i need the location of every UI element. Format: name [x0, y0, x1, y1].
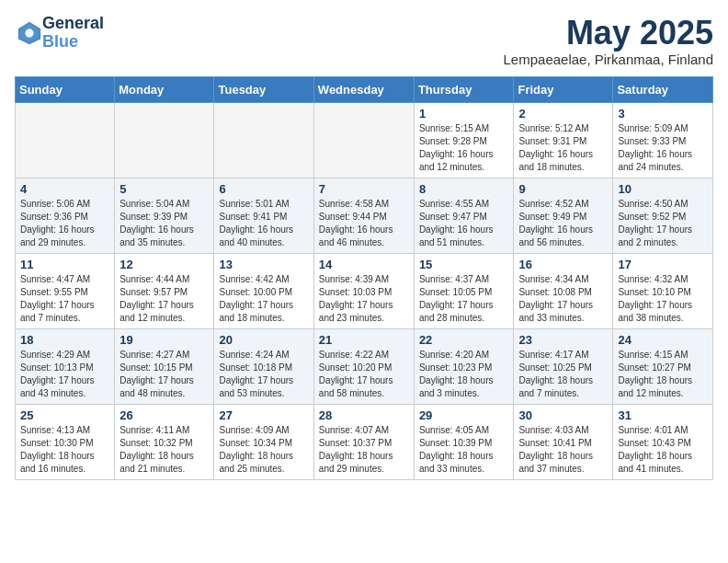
calendar-cell: 2Sunrise: 5:12 AM Sunset: 9:31 PM Daylig…: [514, 102, 613, 178]
day-detail: Sunrise: 4:58 AM Sunset: 9:44 PM Dayligh…: [319, 198, 409, 249]
day-number: 15: [419, 258, 509, 271]
calendar-cell: 21Sunrise: 4:22 AM Sunset: 10:20 PM Dayl…: [313, 328, 414, 404]
calendar-week-row: 25Sunrise: 4:13 AM Sunset: 10:30 PM Dayl…: [16, 404, 713, 479]
day-detail: Sunrise: 4:27 AM Sunset: 10:15 PM Daylig…: [119, 349, 209, 400]
weekday-saturday: Saturday: [613, 76, 713, 102]
day-detail: Sunrise: 4:11 AM Sunset: 10:32 PM Daylig…: [119, 424, 209, 476]
calendar-cell: 5Sunrise: 5:04 AM Sunset: 9:39 PM Daylig…: [115, 178, 214, 253]
calendar-cell: 20Sunrise: 4:24 AM Sunset: 10:18 PM Dayl…: [214, 328, 313, 404]
svg-point-2: [25, 29, 33, 37]
weekday-tuesday: Tuesday: [214, 76, 313, 102]
day-detail: Sunrise: 4:03 AM Sunset: 10:41 PM Daylig…: [518, 424, 608, 476]
day-detail: Sunrise: 4:15 AM Sunset: 10:27 PM Daylig…: [618, 349, 708, 400]
day-detail: Sunrise: 4:55 AM Sunset: 9:47 PM Dayligh…: [419, 198, 509, 249]
calendar-table: SundayMondayTuesdayWednesdayThursdayFrid…: [15, 76, 713, 480]
day-number: 6: [219, 182, 308, 196]
day-number: 29: [419, 408, 509, 422]
day-number: 24: [618, 333, 708, 347]
calendar-week-row: 1Sunrise: 5:15 AM Sunset: 9:28 PM Daylig…: [16, 102, 713, 178]
calendar-cell: 7Sunrise: 4:58 AM Sunset: 9:44 PM Daylig…: [313, 178, 414, 253]
month-title: May 2025: [504, 15, 713, 52]
calendar-cell: 19Sunrise: 4:27 AM Sunset: 10:15 PM Dayl…: [115, 328, 214, 404]
day-detail: Sunrise: 5:01 AM Sunset: 9:41 PM Dayligh…: [219, 198, 308, 249]
calendar-cell: 16Sunrise: 4:34 AM Sunset: 10:08 PM Dayl…: [514, 253, 613, 328]
calendar-week-row: 11Sunrise: 4:47 AM Sunset: 9:55 PM Dayli…: [16, 253, 713, 328]
calendar-cell: 18Sunrise: 4:29 AM Sunset: 10:13 PM Dayl…: [16, 328, 115, 404]
calendar-week-row: 4Sunrise: 5:06 AM Sunset: 9:36 PM Daylig…: [16, 178, 713, 253]
day-number: 19: [119, 333, 209, 347]
day-number: 21: [319, 333, 409, 347]
day-number: 4: [20, 182, 109, 196]
day-number: 23: [518, 333, 608, 347]
day-detail: Sunrise: 5:09 AM Sunset: 9:33 PM Dayligh…: [618, 122, 708, 174]
title-block: May 2025 Lempaeaelae, Pirkanmaa, Finland: [504, 15, 713, 67]
day-detail: Sunrise: 4:32 AM Sunset: 10:10 PM Daylig…: [618, 273, 708, 325]
day-number: 12: [119, 258, 209, 271]
day-detail: Sunrise: 4:50 AM Sunset: 9:52 PM Dayligh…: [618, 198, 708, 249]
calendar-cell: 25Sunrise: 4:13 AM Sunset: 10:30 PM Dayl…: [16, 404, 115, 479]
calendar-cell: 28Sunrise: 4:07 AM Sunset: 10:37 PM Dayl…: [313, 404, 414, 479]
day-number: 2: [518, 107, 608, 121]
calendar-cell: 1Sunrise: 5:15 AM Sunset: 9:28 PM Daylig…: [414, 102, 514, 178]
day-number: 10: [618, 182, 708, 196]
weekday-sunday: Sunday: [16, 76, 115, 102]
calendar-week-row: 18Sunrise: 4:29 AM Sunset: 10:13 PM Dayl…: [16, 328, 713, 404]
day-number: 1: [419, 107, 509, 121]
day-detail: Sunrise: 4:24 AM Sunset: 10:18 PM Daylig…: [219, 349, 308, 400]
day-number: 30: [518, 408, 608, 422]
calendar-cell: 31Sunrise: 4:01 AM Sunset: 10:43 PM Dayl…: [613, 404, 713, 479]
calendar-cell: 30Sunrise: 4:03 AM Sunset: 10:41 PM Dayl…: [514, 404, 613, 479]
calendar-cell: 17Sunrise: 4:32 AM Sunset: 10:10 PM Dayl…: [613, 253, 713, 328]
calendar-cell: 6Sunrise: 5:01 AM Sunset: 9:41 PM Daylig…: [214, 178, 313, 253]
day-number: 3: [618, 107, 708, 121]
day-number: 7: [319, 182, 409, 196]
day-detail: Sunrise: 4:05 AM Sunset: 10:39 PM Daylig…: [419, 424, 509, 476]
page-header: General Blue May 2025 Lempaeaelae, Pirka…: [15, 15, 713, 67]
day-number: 26: [119, 408, 209, 422]
day-detail: Sunrise: 4:42 AM Sunset: 10:00 PM Daylig…: [219, 273, 308, 325]
day-detail: Sunrise: 5:04 AM Sunset: 9:39 PM Dayligh…: [119, 198, 209, 249]
calendar-cell: 10Sunrise: 4:50 AM Sunset: 9:52 PM Dayli…: [613, 178, 713, 253]
calendar-cell: 12Sunrise: 4:44 AM Sunset: 9:57 PM Dayli…: [115, 253, 214, 328]
day-detail: Sunrise: 5:15 AM Sunset: 9:28 PM Dayligh…: [419, 122, 509, 174]
day-number: 8: [419, 182, 509, 196]
day-detail: Sunrise: 4:39 AM Sunset: 10:03 PM Daylig…: [319, 273, 409, 325]
logo-text: General Blue: [42, 15, 104, 52]
day-number: 22: [419, 333, 509, 347]
day-detail: Sunrise: 4:47 AM Sunset: 9:55 PM Dayligh…: [20, 273, 109, 325]
day-number: 25: [20, 408, 109, 422]
calendar-cell: [115, 102, 214, 178]
calendar-cell: 24Sunrise: 4:15 AM Sunset: 10:27 PM Dayl…: [613, 328, 713, 404]
day-detail: Sunrise: 4:44 AM Sunset: 9:57 PM Dayligh…: [119, 273, 209, 325]
logo-general: General: [42, 15, 104, 33]
weekday-thursday: Thursday: [414, 76, 514, 102]
calendar-cell: 4Sunrise: 5:06 AM Sunset: 9:36 PM Daylig…: [16, 178, 115, 253]
calendar-cell: 29Sunrise: 4:05 AM Sunset: 10:39 PM Dayl…: [414, 404, 514, 479]
calendar-cell: 9Sunrise: 4:52 AM Sunset: 9:49 PM Daylig…: [514, 178, 613, 253]
day-detail: Sunrise: 4:22 AM Sunset: 10:20 PM Daylig…: [319, 349, 409, 400]
day-detail: Sunrise: 4:34 AM Sunset: 10:08 PM Daylig…: [518, 273, 608, 325]
day-detail: Sunrise: 4:20 AM Sunset: 10:23 PM Daylig…: [419, 349, 509, 400]
day-detail: Sunrise: 4:37 AM Sunset: 10:05 PM Daylig…: [419, 273, 509, 325]
day-number: 9: [518, 182, 608, 196]
day-detail: Sunrise: 4:13 AM Sunset: 10:30 PM Daylig…: [20, 424, 109, 476]
weekday-wednesday: Wednesday: [313, 76, 414, 102]
calendar-cell: 11Sunrise: 4:47 AM Sunset: 9:55 PM Dayli…: [16, 253, 115, 328]
calendar-cell: 8Sunrise: 4:55 AM Sunset: 9:47 PM Daylig…: [414, 178, 514, 253]
day-number: 5: [119, 182, 209, 196]
day-number: 11: [20, 258, 109, 271]
day-number: 17: [618, 258, 708, 271]
calendar-cell: 13Sunrise: 4:42 AM Sunset: 10:00 PM Dayl…: [214, 253, 313, 328]
day-detail: Sunrise: 4:01 AM Sunset: 10:43 PM Daylig…: [618, 424, 708, 476]
weekday-monday: Monday: [115, 76, 214, 102]
calendar-cell: [313, 102, 414, 178]
calendar-cell: [16, 102, 115, 178]
calendar-cell: 14Sunrise: 4:39 AM Sunset: 10:03 PM Dayl…: [313, 253, 414, 328]
day-number: 31: [618, 408, 708, 422]
weekday-header-row: SundayMondayTuesdayWednesdayThursdayFrid…: [16, 76, 713, 102]
day-number: 27: [219, 408, 308, 422]
day-detail: Sunrise: 4:29 AM Sunset: 10:13 PM Daylig…: [20, 349, 109, 400]
calendar-cell: 22Sunrise: 4:20 AM Sunset: 10:23 PM Dayl…: [414, 328, 514, 404]
location-title: Lempaeaelae, Pirkanmaa, Finland: [504, 52, 713, 67]
day-detail: Sunrise: 5:12 AM Sunset: 9:31 PM Dayligh…: [518, 122, 608, 174]
